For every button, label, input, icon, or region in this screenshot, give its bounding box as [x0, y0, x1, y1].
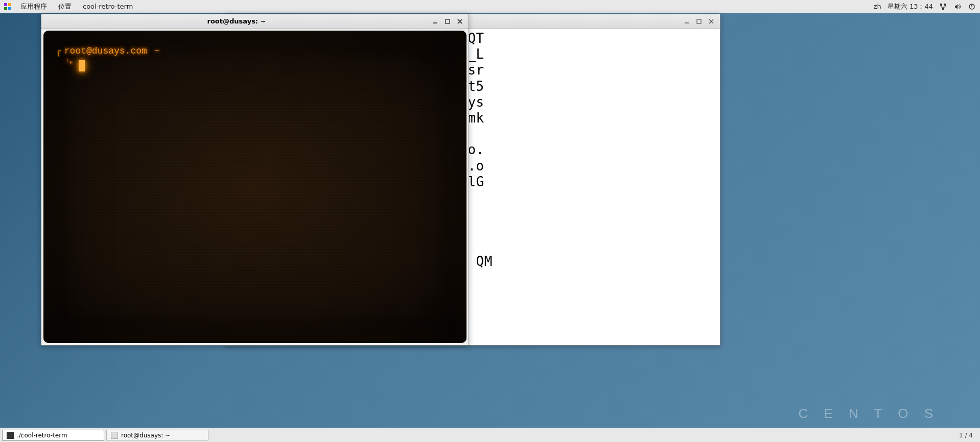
close-button[interactable] — [454, 16, 465, 27]
svg-rect-8 — [446, 19, 450, 23]
top-panel: 应用程序 位置 cool-retro-term zh 星期六 13：44 — [0, 0, 980, 13]
svg-rect-1 — [944, 4, 946, 6]
centos-watermark: C E N T O S — [798, 406, 939, 422]
power-icon[interactable] — [968, 3, 976, 11]
terminal-cursor — [79, 60, 85, 71]
close-button[interactable] — [706, 16, 717, 27]
centos-logo-icon — [4, 3, 11, 10]
minimize-button[interactable] — [430, 16, 441, 27]
prompt-host: root@dusays.com — [64, 46, 147, 56]
prompt-path: ~ — [154, 46, 160, 56]
volume-icon[interactable] — [953, 3, 962, 11]
task-label: ./cool-retro-term — [17, 432, 67, 439]
prompt-arrow: └▸ — [65, 58, 74, 66]
terminal-prompt-line: ┌ root@dusays.com ~ — [56, 46, 454, 56]
clock[interactable]: 星期六 13：44 — [888, 2, 933, 11]
prompt-corner: ┌ — [56, 46, 61, 56]
task-label: root@dusays: ~ — [121, 432, 170, 439]
terminal-icon — [7, 432, 14, 439]
maximize-button[interactable] — [693, 16, 705, 27]
svg-rect-0 — [940, 4, 942, 6]
minimize-button[interactable] — [681, 16, 692, 27]
task-button-cool-retro-term[interactable]: ./cool-retro-term — [2, 430, 104, 441]
window-title: root@dusays: ~ — [44, 17, 429, 25]
retro-terminal-window[interactable]: root@dusays: ~ ┌ root@dusays.com ~ └▸ — [41, 14, 469, 346]
svg-rect-2 — [942, 8, 944, 10]
retro-terminal-titlebar[interactable]: root@dusays: ~ — [41, 14, 469, 29]
retro-terminal-screen[interactable]: ┌ root@dusays.com ~ └▸ — [43, 31, 466, 343]
maximize-button[interactable] — [442, 16, 453, 27]
keyboard-layout-indicator[interactable]: zh — [874, 3, 881, 10]
terminal-icon — [111, 432, 118, 439]
workspace-indicator[interactable]: 1 / 4 — [954, 432, 978, 439]
menu-app-title[interactable]: cool-retro-term — [81, 2, 135, 11]
task-button-root-dusays[interactable]: root@dusays: ~ — [106, 430, 208, 441]
terminal-input-line: └▸ — [56, 56, 454, 67]
menu-applications[interactable]: 应用程序 — [18, 1, 49, 12]
menu-places[interactable]: 位置 — [56, 1, 74, 12]
network-icon[interactable] — [939, 3, 947, 11]
svg-rect-6 — [697, 19, 701, 23]
taskbar: ./cool-retro-term root@dusays: ~ 1 / 4 — [0, 428, 980, 442]
